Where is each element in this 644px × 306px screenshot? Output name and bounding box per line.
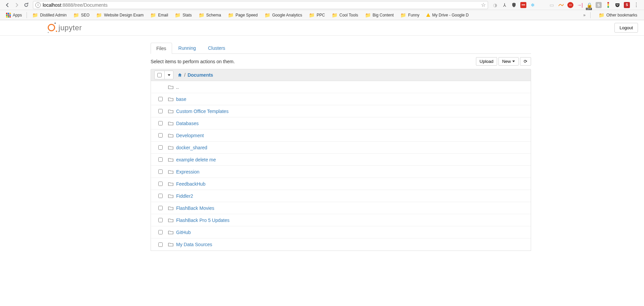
ext-ring-icon[interactable] — [539, 2, 545, 8]
site-info-icon[interactable]: i — [35, 2, 41, 8]
bookmark-star-icon[interactable]: ☆ — [481, 2, 486, 8]
logout-button[interactable]: Logout — [614, 23, 638, 33]
folder-icon — [168, 206, 173, 211]
apps-label: Apps — [13, 13, 22, 17]
row-checkbox[interactable] — [158, 206, 163, 210]
row-checkbox[interactable] — [158, 121, 163, 125]
folder-link[interactable]: FlashBack Movies — [176, 205, 214, 211]
url-bar[interactable]: i localhost:8888/tree/Documents ☆ — [33, 1, 488, 9]
breadcrumb-current[interactable]: Documents — [188, 72, 213, 78]
bookmark-label: Funny — [408, 13, 419, 17]
breadcrumb-bar: / Documents — [151, 69, 531, 81]
bookmark-item[interactable]: 📁Distilled Admin — [29, 12, 70, 18]
folder-link[interactable]: Development — [176, 133, 204, 138]
ext-icon-2[interactable]: ⅄ — [501, 2, 508, 8]
folder-icon: 📁 — [150, 12, 156, 18]
action-row: Select items to perform actions on them.… — [151, 54, 531, 69]
ext-lock-icon[interactable]: 🔒OFF — [586, 2, 592, 8]
ext-icon-10[interactable]: →| — [577, 2, 583, 8]
parent-dir-row[interactable]: .. — [151, 81, 531, 93]
bookmark-drive[interactable]: My Drive - Google D — [423, 13, 472, 17]
upload-button[interactable]: Upload — [476, 57, 497, 66]
folder-link[interactable]: example delete me — [176, 157, 216, 162]
folder-link[interactable]: docker_shared — [176, 145, 207, 150]
folder-link[interactable]: base — [176, 97, 186, 102]
nav-back-button[interactable] — [3, 1, 12, 9]
folder-link[interactable]: Fiddler2 — [176, 193, 193, 199]
folder-link[interactable]: My Data Sources — [176, 242, 212, 247]
row-checkbox[interactable] — [158, 194, 163, 198]
row-checkbox[interactable] — [158, 218, 163, 222]
bookmark-item[interactable]: 📁PPC — [306, 12, 328, 18]
folder-icon: 📁 — [599, 12, 604, 18]
ext-s-icon[interactable]: S — [596, 2, 602, 8]
bookmark-item[interactable]: 📁Google Analytics — [261, 12, 306, 18]
action-hint: Select items to perform actions on them. — [151, 59, 235, 64]
browser-menu-icon[interactable]: ⋮ — [633, 2, 639, 8]
bookmark-item[interactable]: 📁Stats — [171, 12, 195, 18]
ext-snowflake-icon[interactable]: ❄ — [530, 2, 536, 8]
file-list: .. baseCustom Office TemplatesDatabasesD… — [151, 81, 531, 251]
ext-seo-icon[interactable]: S — [624, 2, 630, 8]
bookmark-label: SEO — [81, 13, 89, 17]
bookmark-item[interactable]: 📁SEO — [70, 12, 93, 18]
folder-link[interactable]: FlashBack Pro 5 Updates — [176, 218, 230, 223]
bookmark-item[interactable]: 📁Page Speed — [225, 12, 261, 18]
nav-reload-button[interactable] — [22, 1, 31, 9]
select-all-checkbox[interactable] — [157, 73, 162, 77]
row-checkbox[interactable] — [158, 145, 163, 150]
row-checkbox[interactable] — [158, 230, 163, 234]
row-checkbox[interactable] — [158, 133, 163, 138]
ext-icon-1[interactable]: ◑ — [492, 2, 498, 8]
bookmark-item[interactable]: 📁Schema — [195, 12, 225, 18]
folder-link[interactable]: Databases — [176, 121, 199, 126]
row-checkbox[interactable] — [158, 169, 163, 174]
folder-icon: 📁 — [400, 12, 406, 18]
extension-icons: ◑ ⅄ ••• ❄ ▭ ∾ →| 🔒OFF S S ⋮ — [490, 2, 641, 8]
ext-pocket-icon[interactable] — [614, 2, 620, 8]
bookmark-item[interactable]: 📁Email — [147, 12, 171, 18]
refresh-icon: ⟳ — [524, 59, 527, 64]
nav-forward-button[interactable] — [12, 1, 22, 9]
tab-files[interactable]: Files — [151, 43, 172, 54]
row-checkbox[interactable] — [158, 109, 163, 113]
folder-link[interactable]: Custom Office Templates — [176, 109, 229, 114]
folder-icon — [168, 97, 173, 102]
other-bookmarks-button[interactable]: 📁 Other bookmarks — [595, 12, 641, 18]
folder-icon — [168, 194, 173, 198]
ext-shield-icon[interactable] — [511, 2, 517, 8]
tab-clusters[interactable]: Clusters — [202, 42, 231, 53]
folder-row: FlashBack Movies — [151, 202, 531, 214]
parent-dir-link[interactable]: .. — [176, 84, 179, 90]
bookmark-item[interactable]: 📁Funny — [397, 12, 422, 18]
jupyter-logo[interactable]: jupyter — [47, 23, 82, 33]
bookmark-item[interactable]: 📁Cool Tools — [328, 12, 362, 18]
folder-link[interactable]: Expression — [176, 169, 199, 175]
folder-row: Databases — [151, 117, 531, 129]
row-checkbox[interactable] — [158, 97, 163, 101]
folder-row: My Data Sources — [151, 238, 531, 251]
row-checkbox[interactable] — [158, 182, 163, 186]
ext-traffic-icon[interactable] — [605, 2, 611, 8]
new-button[interactable]: New — [498, 57, 519, 66]
breadcrumb-home[interactable] — [177, 73, 182, 77]
select-dropdown[interactable] — [164, 71, 173, 79]
ext-icon-4[interactable]: ••• — [520, 2, 526, 8]
new-button-label: New — [502, 59, 511, 64]
ext-wave-icon[interactable] — [558, 2, 564, 8]
refresh-button[interactable]: ⟳ — [520, 57, 531, 66]
folder-link[interactable]: FeedbackHub — [176, 181, 205, 187]
breadcrumb-separator: / — [184, 72, 186, 78]
tab-running[interactable]: Running — [173, 42, 202, 53]
apps-button[interactable]: Apps — [3, 13, 25, 17]
ext-icon-7[interactable]: ▭ — [549, 2, 555, 8]
folder-link[interactable]: GitHub — [176, 230, 191, 235]
bookmark-label: Google Analytics — [272, 13, 302, 17]
bookmark-item[interactable]: 📁Website Design Exam — [93, 12, 147, 18]
folder-row: Development — [151, 129, 531, 142]
row-checkbox[interactable] — [158, 242, 163, 247]
bookmark-item[interactable]: 📁Big Content — [362, 12, 397, 18]
ext-icon-9[interactable]: ∾ — [567, 2, 573, 8]
bookmarks-overflow-icon[interactable]: » — [583, 13, 586, 17]
row-checkbox[interactable] — [158, 157, 163, 162]
